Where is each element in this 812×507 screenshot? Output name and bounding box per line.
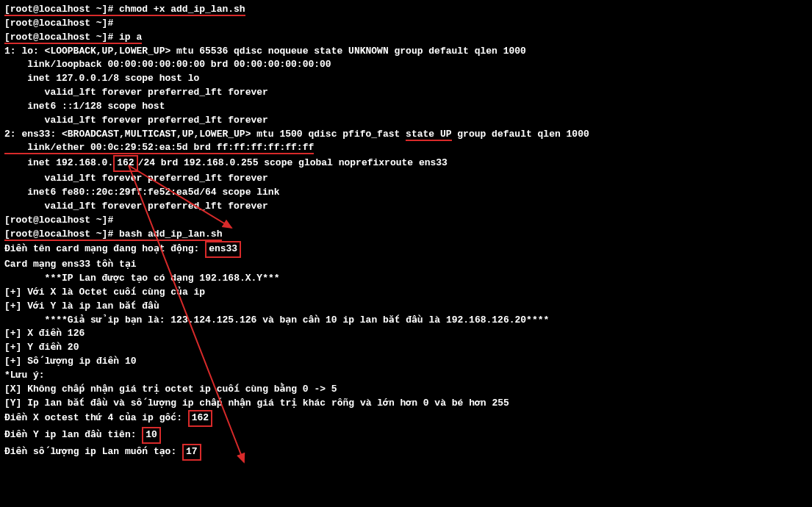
octet-162-box: 162 [113, 155, 137, 172]
command-ip-a: ip a [119, 32, 142, 43]
input-17-box: 17 [182, 444, 201, 461]
script-output-example-y: [+] Y điền 20 [4, 341, 808, 355]
shell-prompt-empty: [root@localhost ~]# [4, 214, 808, 228]
script-output-note-header: *Lưu ý: [4, 369, 808, 383]
script-output-example-count: [+] Số lượng ip điền 10 [4, 355, 808, 369]
ip-output-lo-inet6: inet6 ::1/128 scope host [4, 100, 808, 114]
ip-output-valid-lft: valid_lft forever preferred_lft forever [4, 200, 808, 214]
script-prompt-count: Điền số lượng ip Lan muốn tạo: [4, 446, 182, 457]
ip-output-ens33-inet-a: inet 192.168.0. [4, 157, 113, 168]
command-chmod: chmod +x add_ip_lan.sh [119, 4, 245, 15]
script-output-y-desc: [+] Với Y là ip lan bắt đầu [4, 300, 808, 314]
command-bash-script: bash add_ip_lan.sh [119, 229, 222, 240]
ip-output-lo-inet: inet 127.0.0.1/8 scope host lo [4, 72, 808, 86]
ip-output-valid-lft: valid_lft forever preferred_lft forever [4, 114, 808, 128]
terminal-output: [root@localhost ~]# chmod +x add_ip_lan.… [4, 3, 808, 461]
ip-output-ens33-header-a: 2: ens33: <BROADCAST,MULTICAST,UP,LOWER_… [4, 129, 406, 140]
script-output-card-exists: Card mạng ens33 tồn tại [4, 258, 808, 272]
ip-output-ens33-inet6: inet6 fe80::20c:29ff:fe52:ea5d/64 scope … [4, 186, 808, 200]
ip-output-ens33-inet-b: /24 brd 192.168.0.255 scope global nopre… [138, 157, 448, 168]
script-prompt-y: Điền Y ip lan đầu tiên: [4, 429, 142, 440]
script-output-example: ****Giả sử ip bạn là: 123.124.125.126 và… [4, 314, 808, 328]
ip-output-valid-lft: valid_lft forever preferred_lft forever [4, 86, 808, 100]
ip-output-ens33-header-b: group default qlen 1000 [452, 129, 589, 140]
script-output-note-y: [Y] Ip lan bắt đầu và số lượng ip chấp n… [4, 397, 808, 411]
ip-output-ens33-link: link/ether 00:0c:29:52:ea:5d brd ff:ff:f… [4, 142, 314, 153]
state-up-highlight: state UP [406, 129, 451, 141]
input-ens33-box: ens33 [205, 241, 241, 258]
input-10-box: 10 [142, 427, 161, 444]
shell-prompt: [root@localhost ~]# [4, 229, 119, 240]
shell-prompt-empty: [root@localhost ~]# [4, 17, 808, 31]
shell-prompt: [root@localhost ~]# [4, 32, 119, 43]
ip-output-lo-link: link/loopback 00:00:00:00:00:00 brd 00:0… [4, 58, 808, 72]
script-output-example-x: [+] X điền 126 [4, 327, 808, 341]
ip-output-lo-header: 1: lo: <LOOPBACK,UP,LOWER_UP> mtu 65536 … [4, 45, 808, 59]
ip-output-valid-lft: valid_lft forever preferred_lft forever [4, 172, 808, 186]
script-prompt-x: Điền X octest thứ 4 của ip gốc: [4, 412, 188, 423]
shell-prompt: [root@localhost ~]# [4, 4, 119, 15]
input-162-box: 162 [188, 410, 212, 427]
script-output-format: ***IP Lan được tạo có dạng 192.168.X.Y**… [4, 272, 808, 286]
script-prompt-card: Điền tên card mạng đang hoạt động: [4, 243, 205, 254]
script-output-x-desc: [+] Với X là Octet cuối cùng của ip [4, 286, 808, 300]
script-output-note-x: [X] Không chấp nhận giá trị octet ip cuố… [4, 383, 808, 397]
